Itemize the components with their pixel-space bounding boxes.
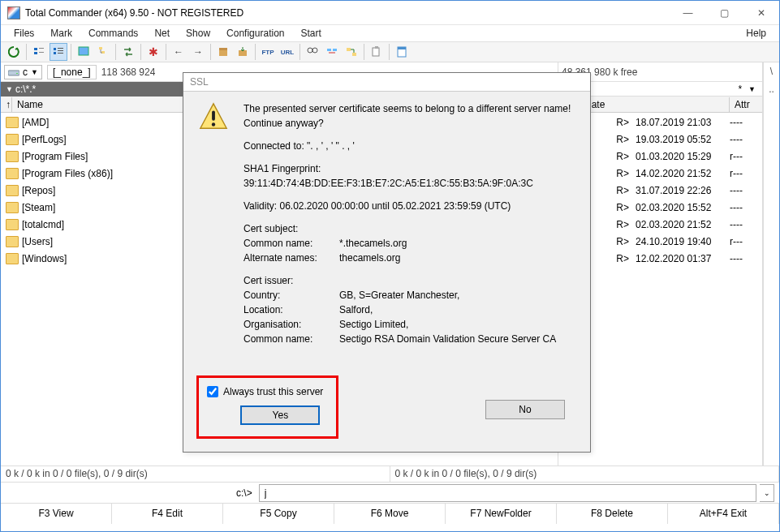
svg-point-28 (212, 122, 215, 126)
org-label: Organisation: (243, 317, 339, 332)
cn-label: Common name: (243, 236, 339, 251)
f4-edit[interactable]: F4 Edit (112, 504, 223, 524)
svg-rect-4 (54, 48, 56, 50)
nav-root-icon[interactable]: \ (764, 62, 779, 80)
chevron-down-icon: ▼ (31, 68, 38, 76)
col-attr[interactable]: Attr (730, 97, 762, 112)
cert-issuer-label: Cert issuer: (243, 273, 577, 288)
copy-names-icon[interactable] (368, 43, 386, 61)
svg-rect-3 (39, 52, 44, 53)
minimize-button[interactable]: — (670, 1, 706, 25)
chevron-down-icon[interactable]: ⌄ (760, 484, 774, 502)
pack-icon[interactable] (214, 43, 232, 61)
cmd-input[interactable] (259, 484, 756, 502)
svg-rect-9 (79, 47, 88, 55)
current-path: c:\*.* (15, 84, 36, 95)
status-row: 0 k / 0 k in 0 / 0 file(s), 0 / 9 dir(s)… (1, 466, 779, 482)
star-icon[interactable]: ✱ (144, 43, 162, 61)
menu-net[interactable]: Net (146, 26, 178, 41)
folder-icon (6, 168, 19, 179)
svg-rect-17 (327, 49, 331, 51)
location-label: Location: (243, 302, 339, 317)
col-date[interactable]: Date (580, 97, 730, 112)
window-title: Total Commander (x64) 9.50 - NOT REGISTE… (25, 7, 670, 19)
folder-icon (6, 236, 19, 247)
status-left: 0 k / 0 k in 0 / 0 file(s), 0 / 9 dir(s) (1, 466, 390, 482)
warning-icon (198, 101, 229, 132)
menu-mark[interactable]: Mark (42, 26, 80, 41)
folder-icon (6, 117, 19, 128)
svg-rect-0 (34, 48, 37, 50)
folder-icon (6, 219, 19, 230)
forward-icon[interactable]: → (189, 43, 207, 61)
maximize-button[interactable]: ▢ (706, 1, 743, 25)
more-icon[interactable]: ▼ (745, 85, 759, 93)
back-icon[interactable]: ← (170, 43, 187, 61)
folder-icon (6, 134, 19, 145)
menu-help[interactable]: Help (738, 26, 774, 41)
svg-rect-20 (352, 53, 356, 56)
svg-rect-19 (347, 48, 351, 51)
menu-files[interactable]: Files (6, 26, 42, 41)
svg-rect-22 (375, 46, 378, 49)
yes-button[interactable]: Yes (240, 405, 320, 425)
svg-point-15 (308, 48, 312, 53)
view-brief-icon[interactable] (30, 43, 48, 61)
drive-selector[interactable]: c ▼ (4, 65, 42, 79)
folder-icon (6, 253, 19, 264)
svg-rect-24 (398, 47, 406, 49)
f8-delete[interactable]: F8 Delete (557, 504, 668, 524)
star-icon[interactable]: * (735, 84, 745, 95)
svg-rect-5 (54, 52, 56, 54)
menu-show[interactable]: Show (178, 26, 218, 41)
search-icon[interactable] (304, 43, 321, 61)
folder-icon (6, 185, 19, 196)
connected-to-value: ". , ' , ' " . , ' (307, 140, 355, 152)
nav-up-icon[interactable]: .. (764, 80, 779, 98)
refresh-icon[interactable] (5, 43, 23, 61)
sort-arrow-icon[interactable]: ↑ (1, 97, 12, 112)
menu-start[interactable]: Start (292, 26, 329, 41)
highlight-box: Always trust this server Yes (196, 375, 338, 439)
always-trust-checkbox[interactable] (207, 386, 218, 397)
view-full-icon[interactable] (50, 43, 67, 61)
menu-configuration[interactable]: Configuration (218, 26, 292, 41)
notepad-icon[interactable] (393, 43, 411, 61)
url-icon[interactable]: URL (278, 43, 296, 61)
swap-icon[interactable] (119, 43, 137, 61)
f6-move[interactable]: F6 Move (334, 504, 446, 524)
multirename-icon[interactable] (323, 43, 341, 61)
cmd-prompt: c:\> (236, 487, 256, 499)
always-trust-label: Always trust this server (223, 386, 323, 397)
chevron-down-icon: ▼ (6, 85, 13, 93)
close-button[interactable]: ✕ (743, 1, 779, 25)
issuer-cn-value: Sectigo RSA Domain Validation Secure Ser… (339, 332, 556, 346)
svg-rect-13 (219, 48, 227, 50)
menubar: Files Mark Commands Net Show Configurati… (1, 25, 779, 41)
ssl-dialog: SSL The presented server certificate see… (183, 72, 591, 453)
no-button[interactable]: No (485, 400, 565, 419)
folder-icon (6, 151, 19, 162)
menu-commands[interactable]: Commands (80, 26, 146, 41)
altnames-label: Alternate names: (243, 251, 339, 265)
svg-rect-21 (373, 48, 379, 56)
status-right: 0 k / 0 k in 0 / 0 file(s), 0 / 9 dir(s) (390, 466, 780, 482)
f7-newfolder[interactable]: F7 NewFolder (446, 504, 557, 524)
titlebar: Total Commander (x64) 9.50 - NOT REGISTE… (1, 1, 779, 25)
unpack-icon[interactable] (234, 43, 252, 61)
dialog-title: SSL (183, 73, 590, 92)
sync-icon[interactable] (343, 43, 360, 61)
thumb-icon[interactable] (75, 43, 93, 61)
app-icon (7, 6, 20, 19)
svg-rect-18 (333, 49, 337, 51)
tree-icon[interactable] (94, 43, 112, 61)
svg-rect-27 (212, 110, 215, 120)
svg-point-16 (312, 48, 317, 53)
altf4-exit[interactable]: Alt+F4 Exit (668, 504, 779, 524)
f5-copy[interactable]: F5 Copy (223, 504, 334, 524)
f3-view[interactable]: F3 View (1, 504, 112, 524)
ftp-icon[interactable]: FTP (259, 43, 277, 61)
svg-rect-6 (58, 48, 63, 49)
nav-side: \ .. (763, 62, 779, 466)
sha-label: SHA1 Fingerprint: (243, 161, 577, 176)
